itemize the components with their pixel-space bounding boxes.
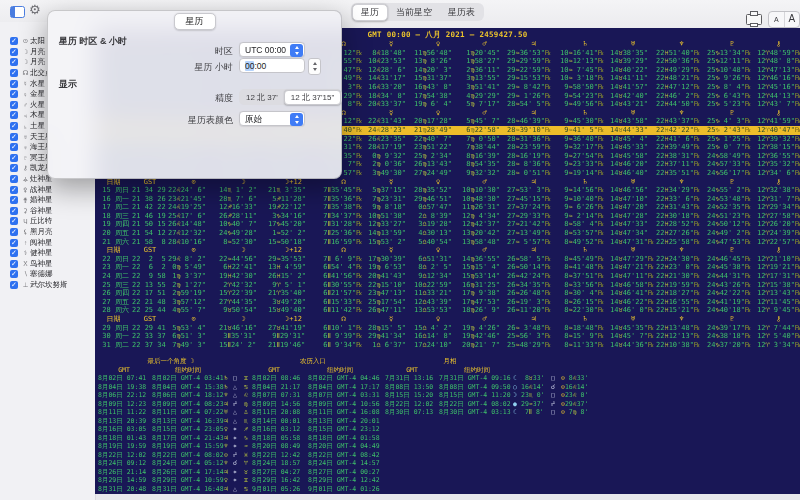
table-color-popup[interactable]: 原始 [239, 111, 305, 126]
ephemeris-cell: 2♍ 1'27" [168, 281, 219, 290]
checkbox-checked-icon[interactable]: ✓ [10, 164, 18, 172]
checkbox-checked-icon[interactable]: ✓ [10, 175, 18, 183]
ephemeris-cell: 8♒58' 4"℞ [560, 220, 610, 229]
ephemeris-cell: 14♉47'20" [610, 203, 656, 212]
ephemeris-cell: 21 54 12 [132, 229, 168, 238]
checkbox-checked-icon[interactable]: ✓ [10, 239, 18, 247]
checkbox-checked-icon[interactable]: ✓ [10, 154, 18, 162]
print-icon[interactable] [746, 14, 762, 25]
ephemeris-cell: 12♈46'16"℞ [757, 74, 800, 83]
checkbox-checked-icon[interactable]: ✓ [10, 228, 18, 236]
ephemeris-row[interactable]: 21 周六21 58 828♌10'16" 8♒52'30"15♒50'18" … [95, 238, 800, 247]
ephemeris-cell: 25♒48'29"℞ [507, 341, 560, 350]
tab-星历表[interactable]: 星历表 [440, 5, 483, 20]
ephemeris-cell: 27♒21'42"℞ [507, 220, 560, 229]
ephemeris-cell: 6Ⅱ 9'34"℞ [319, 341, 368, 350]
ephemeris-cell: 29♒36'53"℞ [507, 49, 560, 58]
ephemeris-cell: 22♓35'51"℞ [656, 169, 707, 178]
sidebar-item[interactable]: ✓Ч丘比特 [0, 216, 95, 227]
checkbox-checked-icon[interactable]: ✓ [10, 217, 18, 225]
ephemeris-cell: 27♈44'35" [219, 298, 268, 307]
sidebar-item[interactable]: ✓↑阋神星 [0, 237, 95, 248]
ephemeris-cell: 6Ⅱ10' 1"℞ [319, 324, 368, 333]
ephemeris-cell: 14♉47'11"℞ [610, 272, 656, 281]
timezone-popup[interactable]: UTC 00:00 [239, 42, 305, 57]
checkbox-checked-icon[interactable]: ✓ [10, 37, 18, 45]
sidebar-item[interactable]: ✓⚕健神星 [0, 248, 95, 259]
last-aspect-row: 8月06日 22:128月06日 GMT-4 18:12♆△ [98, 391, 244, 400]
tab-当前星空[interactable]: 当前星空 [388, 5, 440, 20]
sidebar-item[interactable]: ✓X鸟神星 [0, 258, 95, 269]
checkbox-checked-icon[interactable]: ✓ [10, 270, 18, 278]
ephemeris-row[interactable]: 26 周四22 17 51 2♍59'19"15♈22'39"21♈35'40"… [95, 289, 800, 298]
planet-glyph-icon: ⚷ [21, 164, 30, 172]
checkbox-checked-icon[interactable]: ✓ [10, 249, 18, 257]
sidebar-item[interactable]: ✓⚵婚神星 [0, 195, 95, 206]
column-header-glyph: ♆ [656, 315, 707, 324]
ephemeris-row[interactable]: 28 周六22 25 44 4♍55' 7" 9♉50'54"15♉49'40"… [95, 306, 800, 315]
checkbox-checked-icon[interactable]: ✓ [10, 48, 18, 56]
ephemeris-row[interactable]: 15 周日21 34 2922♌24' 6"14♏ 1' 2"21♏ 3'35"… [95, 186, 800, 195]
ephemeris-cell: 8♒30' 4"℞ [560, 289, 610, 298]
gmt-time: 8月13日 20:39 [98, 417, 152, 426]
gear-icon[interactable]: ⚙ [29, 2, 41, 18]
sidebar-toggle-fill [11, 7, 15, 17]
checkbox-checked-icon[interactable]: ✓ [10, 69, 18, 77]
checkbox-checked-icon[interactable]: ✓ [10, 122, 18, 130]
ephemeris-row[interactable]: 30 周一22 33 37 6♍51' 3" 3Ⅱ35'31" 9Ⅱ29'31"… [95, 332, 800, 341]
sidebar-item[interactable]: ✓⚴战神星 [0, 184, 95, 195]
ephemeris-row[interactable]: 17 周二21 42 2224♌19'25"12♐16'33"19♐22'12"… [95, 203, 800, 212]
column-header-glyph: ♄ [560, 246, 610, 255]
sidebar-item[interactable]: ✓⊥武尔坎努斯 [0, 280, 95, 291]
checkbox-checked-icon[interactable]: ✓ [10, 281, 18, 289]
ephemeris-row[interactable]: 27 周五22 21 48 3♍57'12"27♈44'35" 3♉49'20"… [95, 298, 800, 307]
popover-tab-ephemeris[interactable]: 星历 [174, 13, 216, 30]
ephemeris-cell: 24♑37'20"℞ [707, 341, 757, 350]
ephemeris-row[interactable]: 25 周三22 13 55 2♍ 1'27" 2♈42'32" 9♈ 5' 1"… [95, 281, 800, 290]
local-time: 8月29日 GMT-4 10:59 [152, 476, 224, 485]
ephemeris-row[interactable]: 20 周五21 54 1227♌12'32"24♑49'28" 1♒52' 2"… [95, 229, 800, 238]
sidebar-toggle-icon[interactable] [10, 6, 25, 18]
ephemeris-cell: 24♑49' 2"℞ [707, 229, 757, 238]
ephemeris-cell: 29♒22'59"℞ [507, 66, 560, 75]
ephemeris-row[interactable]: 18 周三21 46 1925♌17' 6"26♐28'11" 3♑34'16"… [95, 212, 800, 221]
ephemeris-cell: 25♑ 5'23"℞ [707, 100, 757, 109]
checkbox-checked-icon[interactable]: ✓ [10, 101, 18, 109]
ephemeris-cell: 18♍26' 9" [462, 306, 507, 315]
moon-ingress-row: ♋8月04日 21:178月04日 GMT-4 17:17 [244, 383, 382, 392]
local-time: 8月15日 GMT-4 23:05 [152, 425, 224, 434]
ephemeris-row[interactable]: 24 周二22 9 58 1♍ 3'37"19♓42'30"26♓15' 2" … [95, 272, 800, 281]
moon-position: 16♌14' [521, 383, 551, 392]
gmt-time: 8月18日 05:58 [252, 434, 308, 443]
checkbox-checked-icon[interactable]: ✓ [10, 196, 18, 204]
checkbox-checked-icon[interactable]: ✓ [10, 260, 18, 268]
aspect-glyph-icon: ✶ [233, 468, 242, 477]
aspect-glyph-icon: △ [233, 383, 242, 392]
precision-option[interactable]: 12 北 37'15" [284, 90, 342, 105]
checkbox-checked-icon[interactable]: ✓ [10, 207, 18, 215]
sidebar-item[interactable]: ✓⚳谷神星 [0, 206, 95, 217]
checkbox-checked-icon[interactable]: ✓ [10, 90, 18, 98]
precision-option[interactable]: 12 北 37' [240, 91, 284, 104]
checkbox-checked-icon[interactable]: ✓ [10, 143, 18, 151]
ephemeris-row[interactable]: 22 周日22 2 529♌ 8' 2"22♒44'56"29♒35'53" 7… [95, 255, 800, 264]
ephemeris-row[interactable]: 29 周日22 29 41 5♍53' 4"21♉46'16"27♉41'19"… [95, 324, 800, 333]
ephemeris-row[interactable]: 19 周四21 50 1526♌14'48"10♑40' 7"17♑45'20"… [95, 220, 800, 229]
last-aspect-row: 8月09日 12:238月09日 GMT-4 08:23♃☍ [98, 400, 244, 409]
ephemeris-row[interactable]: 16 周一21 38 2623♌21'45"28♏ 7' 6" 5♐11'28"… [95, 195, 800, 204]
ephemeris-row[interactable]: 23 周一22 6 2 0♍ 5'49" 6♓22'41"13♓ 4'59" 6… [95, 263, 800, 272]
checkbox-checked-icon[interactable]: ✓ [10, 111, 18, 119]
font-larger-button[interactable]: A [785, 12, 800, 27]
font-smaller-button[interactable]: A [769, 12, 785, 27]
ephemeris-cell: 9♍32'32" [462, 169, 507, 178]
checkbox-checked-icon[interactable]: ✓ [10, 80, 18, 88]
ephemeris-hour-field[interactable]: 00:00 [239, 58, 305, 73]
ephemeris-row[interactable]: 31 周二22 37 34 7♍49' 3"15Ⅱ24' 2"21Ⅱ19'46"… [95, 341, 800, 350]
sidebar-item[interactable]: ✓∖塞德娜 [0, 269, 95, 280]
checkbox-checked-icon[interactable]: ✓ [10, 186, 18, 194]
hour-stepper[interactable] [308, 58, 321, 75]
tab-星历[interactable]: 星历 [352, 4, 388, 21]
sidebar-item[interactable]: ✓⚸黑月亮 [0, 227, 95, 238]
checkbox-checked-icon[interactable]: ✓ [10, 133, 18, 141]
checkbox-checked-icon[interactable]: ✓ [10, 58, 18, 66]
